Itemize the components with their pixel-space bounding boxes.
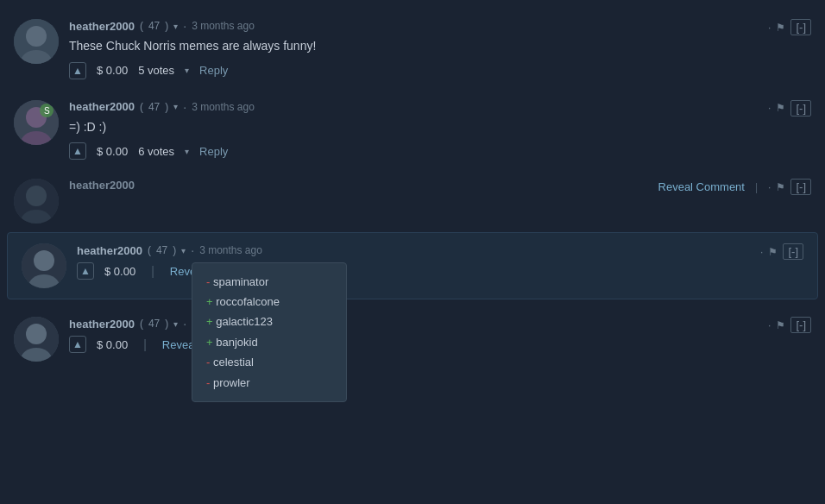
upvote-button[interactable]: ▲ xyxy=(69,142,86,160)
comment-item-highlighted: heather2000 ( 47 ) ▾ · 3 months ago ▲ $ … xyxy=(7,232,818,299)
minimize-button[interactable]: [-] xyxy=(790,317,811,333)
username[interactable]: heather2000 xyxy=(69,100,135,113)
comment-item: heather2000 Reveal Comment | · ⚑ [-] xyxy=(0,173,825,229)
minimize-button[interactable]: [-] xyxy=(783,243,803,260)
score-dropdown-icon[interactable]: ▾ xyxy=(173,22,178,31)
comment-body: heather2000 xyxy=(69,179,658,197)
pipe-separator: | xyxy=(151,264,154,278)
minimize-button[interactable]: [-] xyxy=(790,19,811,35)
upvote-button[interactable]: ▲ xyxy=(69,336,86,353)
comment-right-actions: Reveal Comment | · ⚑ [-] xyxy=(658,179,811,195)
comment-right-actions: · ⚑ [-] xyxy=(768,317,811,333)
svg-point-12 xyxy=(34,250,54,271)
minus-icon: - xyxy=(206,275,210,288)
upvote-button[interactable]: ▲ xyxy=(69,62,86,79)
comment-right-actions: · ⚑ [-] xyxy=(768,100,811,117)
vote-amount: $ 0.00 xyxy=(104,265,135,278)
comment-actions: ▲ $ 0.00 | Reveal Comment xyxy=(69,336,768,353)
plus-icon: + xyxy=(206,315,213,328)
comment-body: heather2000 ( 47 ) ▾ · 3 months ago ▲ $ … xyxy=(77,243,760,280)
dot-separator: · xyxy=(183,317,186,331)
plus-icon: + xyxy=(206,295,213,308)
score-dropdown-icon[interactable]: ▾ xyxy=(173,319,178,329)
vote-amount: $ 0.00 xyxy=(97,64,128,77)
vote-amount: $ 0.00 xyxy=(97,145,128,158)
user-score-value: 47 xyxy=(148,101,160,113)
username[interactable]: heather2000 xyxy=(69,20,135,33)
flag-icon[interactable]: ⚑ xyxy=(776,22,785,34)
comment-timestamp: 3 months ago xyxy=(199,244,262,256)
vote-entry: + galactic123 xyxy=(206,312,332,331)
votes-dropdown-icon[interactable]: ▾ xyxy=(185,66,189,75)
vote-entry: - prowler xyxy=(206,373,332,393)
votes-dropdown: - spaminator + roccofalcone + galactic12… xyxy=(192,262,347,402)
pipe-separator: | xyxy=(755,181,758,193)
user-score-value: 47 xyxy=(148,20,160,32)
vote-entry: + roccofalcone xyxy=(206,292,332,312)
comment-body: heather2000 ( 47 ) ▾ · 3 months ago ▲ $ … xyxy=(69,317,768,353)
dot-separator: · xyxy=(183,19,186,33)
minus-icon: - xyxy=(206,356,210,369)
user-score: ( xyxy=(148,244,151,256)
user-score-close: ) xyxy=(165,101,168,113)
avatar xyxy=(14,179,59,224)
dot-separator: · xyxy=(768,319,771,331)
flag-icon[interactable]: ⚑ xyxy=(776,181,785,193)
user-score: ( xyxy=(140,101,143,113)
user-score: ( xyxy=(140,20,143,32)
user-score-close: ) xyxy=(173,244,176,256)
comment-header: heather2000 ( 47 ) ▾ · 3 months ago xyxy=(69,317,768,331)
upvote-button[interactable]: ▲ xyxy=(77,262,94,280)
svg-point-1 xyxy=(26,26,47,47)
vote-amount: $ 0.00 xyxy=(97,338,128,351)
comment-item: heather2000 ( 47 ) ▾ · 3 months ago Thes… xyxy=(0,9,825,90)
svg-point-15 xyxy=(26,324,47,344)
username[interactable]: heather2000 xyxy=(77,244,142,257)
vote-count[interactable]: 5 votes xyxy=(138,64,174,77)
vote-entry: - celestial xyxy=(206,352,332,372)
dot-separator: · xyxy=(760,246,763,258)
minimize-button[interactable]: [-] xyxy=(790,179,811,195)
flag-icon[interactable]: ⚑ xyxy=(776,319,785,331)
votes-dropdown-icon[interactable]: ▾ xyxy=(185,147,189,156)
vote-entry: + banjokid xyxy=(206,332,332,352)
comment-item: S heather2000 ( 47 ) ▾ · 3 months ago =)… xyxy=(0,90,825,171)
avatar xyxy=(14,317,59,362)
user-score-close: ) xyxy=(165,20,168,32)
comment-text: These Chuck Norris memes are always funn… xyxy=(69,38,768,55)
comment-body: heather2000 ( 47 ) ▾ · 3 months ago Thes… xyxy=(69,19,768,79)
dot-separator: · xyxy=(768,22,771,34)
dot-separator: · xyxy=(191,243,194,257)
comment-actions: ▲ $ 0.00 | Reveal Comment xyxy=(77,262,760,280)
flag-icon[interactable]: ⚑ xyxy=(776,102,785,114)
avatar xyxy=(14,19,59,64)
avatar: S xyxy=(14,100,59,145)
user-score-value: 47 xyxy=(156,244,167,256)
reply-button[interactable]: Reply xyxy=(199,64,228,77)
reveal-comment-button[interactable]: Reveal Comment xyxy=(658,180,745,193)
user-score-value: 47 xyxy=(148,318,160,330)
comment-timestamp: 3 months ago xyxy=(192,101,255,113)
comment-right-actions: · ⚑ [-] xyxy=(760,243,803,260)
svg-text:S: S xyxy=(44,106,50,116)
username[interactable]: heather2000 xyxy=(69,318,135,331)
comment-header: heather2000 ( 47 ) ▾ · 3 months ago xyxy=(69,100,768,114)
comment-right-actions: · ⚑ [-] xyxy=(768,19,811,35)
username[interactable]: heather2000 xyxy=(69,179,135,192)
user-score: ( xyxy=(140,318,143,330)
flag-icon[interactable]: ⚑ xyxy=(768,246,778,258)
user-score-close: ) xyxy=(165,318,168,330)
vote-count[interactable]: 6 votes xyxy=(138,145,174,158)
minus-icon: - xyxy=(206,376,210,389)
reply-button[interactable]: Reply xyxy=(199,145,228,158)
score-dropdown-icon[interactable]: ▾ xyxy=(173,102,178,111)
comment-item: heather2000 ( 47 ) ▾ · 3 months ago ▲ $ … xyxy=(0,306,825,372)
comment-timestamp: 3 months ago xyxy=(192,20,255,32)
comment-thread: heather2000 ( 47 ) ▾ · 3 months ago Thes… xyxy=(0,0,825,381)
comment-actions: ▲ $ 0.00 5 votes ▾ Reply xyxy=(69,62,768,79)
comment-header: heather2000 ( 47 ) ▾ · 3 months ago xyxy=(77,243,760,257)
pipe-separator: | xyxy=(143,337,147,351)
score-dropdown-icon[interactable]: ▾ xyxy=(181,246,186,255)
avatar xyxy=(22,243,66,288)
minimize-button[interactable]: [-] xyxy=(790,100,811,117)
